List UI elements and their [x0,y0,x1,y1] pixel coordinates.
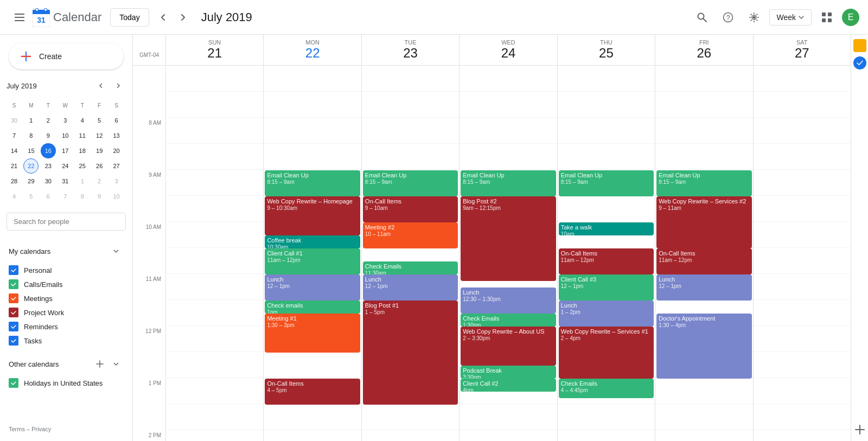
calendar-event[interactable]: Podcast Break3:30pm [461,366,556,379]
other-calendars-toggle[interactable] [108,356,124,372]
mini-cal-day[interactable]: 4 [75,113,90,128]
calendar-event[interactable]: Check Emails4 – 4:45pm [559,379,654,398]
search-people-input[interactable] [7,213,126,231]
mini-cal-day[interactable]: 28 [7,174,22,189]
other-calendar-item[interactable]: Holidays in United States [0,376,128,390]
settings-button[interactable] [743,7,765,28]
mini-cal-day[interactable]: 6 [109,113,124,128]
mini-cal-day[interactable]: 16 [41,143,56,158]
mini-cal-day[interactable]: 15 [23,143,39,158]
day-number[interactable]: 27 [754,46,851,61]
calendar-event[interactable]: On-Call Items4 – 5pm [265,379,360,405]
calendar-event[interactable]: Take a walk10am [559,222,654,235]
calendar-event[interactable]: Lunch12 – 1pm [265,274,360,301]
calendar-event[interactable]: Web Copy Rewrite – Services #29 – 11am [656,196,751,248]
mini-cal-day[interactable]: 14 [7,143,22,158]
calendar-event[interactable]: Check emails1pm [265,301,360,314]
add-other-calendar-button[interactable] [93,357,106,370]
add-event-button[interactable] [854,424,865,437]
mini-cal-day[interactable]: 8 [75,189,90,204]
mini-cal-day[interactable]: 2 [41,113,56,128]
mini-cal-day[interactable]: 3 [109,174,124,189]
calendar-event[interactable]: Email Clean Up8:15 – 9am [363,170,458,196]
calendar-checkbox[interactable] [9,308,18,317]
mini-cal-day[interactable]: 21 [7,158,22,174]
create-button[interactable]: Create [9,43,124,69]
today-button[interactable]: Today [110,8,149,27]
help-button[interactable]: ? [717,7,739,28]
view-selector[interactable]: Week [769,9,812,25]
calendar-checkbox[interactable] [9,279,18,289]
day-number[interactable]: 23 [362,46,459,61]
mini-cal-day[interactable]: 30 [7,113,22,128]
mini-cal-day[interactable]: 30 [41,174,56,189]
mini-cal-day[interactable]: 9 [92,189,107,204]
mini-cal-day[interactable]: 7 [58,189,73,204]
mini-cal-next[interactable] [111,78,126,93]
calendar-event[interactable]: Client Call #111am – 12pm [265,248,360,274]
mini-cal-day[interactable]: 8 [23,128,39,143]
calendar-event[interactable]: Email Clean Up8:15 – 9am [559,170,654,196]
calendar-event[interactable]: Blog Post #11 – 5pm [363,301,458,405]
other-calendar-checkbox[interactable] [9,378,18,388]
calendar-event[interactable]: Email Clean Up8:15 – 9am [265,170,360,196]
calendar-item[interactable]: Calls/Emails [0,277,128,291]
calendar-event[interactable]: Coffee break10:30am [265,235,360,248]
mini-cal-day[interactable]: 26 [92,158,107,174]
calendar-event[interactable]: Doctor's Appointment1:30 – 4pm [656,314,751,379]
day-number[interactable]: 24 [459,46,557,61]
calendar-event[interactable]: Lunch12:30 – 1:30pm [461,287,556,314]
calendar-item[interactable]: Reminders [0,319,128,334]
calendar-event[interactable]: Client Call #312 – 1pm [559,274,654,301]
calendar-event[interactable]: On-Call Items9 – 10am [363,196,458,222]
calendar-event[interactable]: Web Copy Rewrite – About US2 – 3:30pm [461,327,556,366]
user-avatar[interactable]: E [842,9,859,26]
prev-arrow[interactable] [154,8,173,27]
calendar-event[interactable]: Meeting #11:30 – 3pm [265,314,360,353]
calendar-event[interactable]: Lunch1 – 2pm [559,301,654,327]
calendar-event[interactable]: Check Emails1:30pm [461,314,556,327]
calendar-checkbox[interactable] [9,265,18,275]
mini-cal-day[interactable]: 25 [75,158,90,174]
mini-cal-day[interactable]: 19 [92,143,107,158]
right-panel-icon2[interactable] [853,56,866,69]
mini-cal-day[interactable]: 20 [109,143,124,158]
calendar-event[interactable]: On-Call Items11am – 12pm [559,248,654,274]
mini-cal-day[interactable]: 31 [58,174,73,189]
calendar-event[interactable]: Email Clean Up8:15 – 9am [656,170,751,196]
mini-cal-day[interactable]: 10 [109,189,124,204]
calendar-item[interactable]: Project Work [0,305,128,319]
calendar-item[interactable]: Personal [0,263,128,277]
mini-cal-day[interactable]: 1 [23,113,39,128]
day-number[interactable]: 22 [264,46,361,61]
calendar-event[interactable]: Lunch12 – 1pm [363,274,458,301]
mini-cal-day[interactable]: 9 [41,128,56,143]
calendar-checkbox[interactable] [9,293,18,303]
mini-cal-day[interactable]: 2 [92,174,107,189]
mini-cal-day[interactable]: 3 [58,113,73,128]
menu-button[interactable] [9,7,30,28]
mini-cal-day[interactable]: 12 [92,128,107,143]
calendar-checkbox[interactable] [9,322,18,331]
mini-cal-day[interactable]: 11 [75,128,90,143]
calendar-event[interactable]: Email Clean Up8:15 – 9am [461,170,556,196]
calendar-checkbox[interactable] [9,336,18,346]
calendar-event[interactable]: Web Copy Rewrite – Homepage9 – 10:30am [265,196,360,235]
mini-cal-day[interactable]: 7 [7,128,22,143]
mini-cal-day[interactable]: 17 [58,143,73,158]
calendar-event[interactable]: Web Copy Rewrite – Services #12 – 4pm [559,327,654,379]
mini-cal-day[interactable]: 10 [58,128,73,143]
my-calendars-toggle[interactable] [108,244,124,259]
calendar-item[interactable]: Tasks [0,334,128,348]
mini-cal-day[interactable]: 23 [41,158,56,174]
mini-cal-day[interactable]: 4 [7,189,22,204]
mini-cal-day[interactable]: 24 [58,158,73,174]
search-button[interactable] [691,7,713,28]
mini-cal-prev[interactable] [93,78,108,93]
mini-cal-day[interactable]: 18 [75,143,90,158]
day-number[interactable]: 21 [166,46,263,61]
calendar-event[interactable]: Lunch12 – 1pm [656,274,751,301]
calendar-item[interactable]: Meetings [0,291,128,305]
mini-cal-day[interactable]: 13 [109,128,124,143]
right-panel-icon1[interactable] [853,39,866,52]
